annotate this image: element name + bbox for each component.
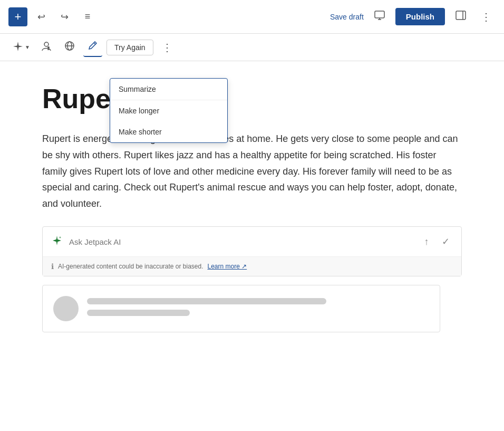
more-options-button-2[interactable]: ⋮ xyxy=(158,38,177,57)
page-title: Rupe…ure xyxy=(42,82,462,115)
loading-avatar xyxy=(53,296,79,321)
more-options-button[interactable]: ⋮ xyxy=(477,7,496,26)
info-icon: ℹ xyxy=(51,262,54,271)
jetpack-submit-button[interactable]: ↑ xyxy=(419,234,434,249)
page-body: Rupert is energetic on long walks and re… xyxy=(42,131,462,212)
pen-button[interactable] xyxy=(83,38,102,57)
svg-rect-3 xyxy=(456,11,466,20)
main-content: Rupe…ure Rupert is energetic on long wal… xyxy=(0,61,504,343)
svg-point-5 xyxy=(44,42,49,46)
monitor-icon xyxy=(374,11,385,23)
jetpack-ai-box: ↑ ✓ ℹ AI-generated content could be inac… xyxy=(42,226,462,276)
ai-dropdown-menu: Summarize Make longer Make shorter xyxy=(110,78,228,143)
save-draft-button[interactable]: Save draft xyxy=(330,13,364,21)
jetpack-ai-actions: ↑ ✓ xyxy=(419,234,453,249)
svg-rect-0 xyxy=(375,11,384,18)
jetpack-ai-input-row: ↑ ✓ xyxy=(43,227,461,256)
try-again-button[interactable]: Try Again xyxy=(106,40,153,55)
more-vertical-icon: ⋮ xyxy=(481,11,491,23)
second-toolbar: ▼ Try Agai xyxy=(0,34,504,61)
arrow-up-icon: ↑ xyxy=(424,236,429,247)
globe-icon xyxy=(64,41,75,54)
learn-more-link[interactable]: Learn more ↗ xyxy=(208,263,247,270)
svg-line-11 xyxy=(94,43,95,44)
loading-lines xyxy=(87,296,429,316)
dropdown-item-summarize[interactable]: Summarize xyxy=(110,79,227,100)
publish-button[interactable]: Publish xyxy=(395,8,445,25)
pen-icon xyxy=(88,41,98,53)
sidebar-toggle-button[interactable] xyxy=(451,7,470,26)
redo-icon: ↪ xyxy=(61,11,69,23)
loading-line-1 xyxy=(87,298,326,304)
redo-button[interactable]: ↪ xyxy=(55,7,74,26)
sparkle-icon xyxy=(12,41,24,54)
list-view-button[interactable]: ≡ xyxy=(78,7,97,26)
toolbar-left: + ↩ ↪ ≡ xyxy=(8,7,97,26)
disclaimer-text: AI-generated content could be inaccurate… xyxy=(58,263,203,270)
loading-line-2 xyxy=(87,310,190,316)
svg-point-7 xyxy=(47,46,50,49)
jetpack-ai-input[interactable] xyxy=(69,237,413,246)
add-block-button[interactable]: + xyxy=(8,7,27,26)
undo-icon: ↩ xyxy=(37,11,45,23)
ai-sparkle-button[interactable] xyxy=(8,38,27,57)
dropdown-panel: Summarize Make longer Make shorter xyxy=(110,78,228,143)
globe-button[interactable] xyxy=(60,38,79,57)
top-toolbar: + ↩ ↪ ≡ Save draft Publish xyxy=(0,0,504,34)
dropdown-item-make-longer[interactable]: Make longer xyxy=(110,100,227,121)
svg-point-12 xyxy=(60,236,61,238)
check-icon: ✓ xyxy=(442,236,450,247)
jetpack-sparkle-icon xyxy=(51,235,63,249)
list-icon: ≡ xyxy=(85,11,91,22)
undo-button[interactable]: ↩ xyxy=(32,7,51,26)
jetpack-ai-disclaimer: ℹ AI-generated content could be inaccura… xyxy=(43,256,461,276)
toolbar-right: Save draft Publish ⋮ xyxy=(330,7,496,26)
more-vertical-icon-2: ⋮ xyxy=(162,41,172,54)
loading-card xyxy=(42,285,440,332)
ai-sparkle-group: ▼ xyxy=(8,38,33,57)
monitor-button[interactable] xyxy=(370,7,389,26)
dropdown-item-make-shorter[interactable]: Make shorter xyxy=(110,121,227,142)
jetpack-accept-button[interactable]: ✓ xyxy=(438,234,453,249)
user-audio-button[interactable] xyxy=(37,38,56,57)
user-audio-icon xyxy=(41,40,52,54)
sidebar-icon xyxy=(455,11,466,23)
